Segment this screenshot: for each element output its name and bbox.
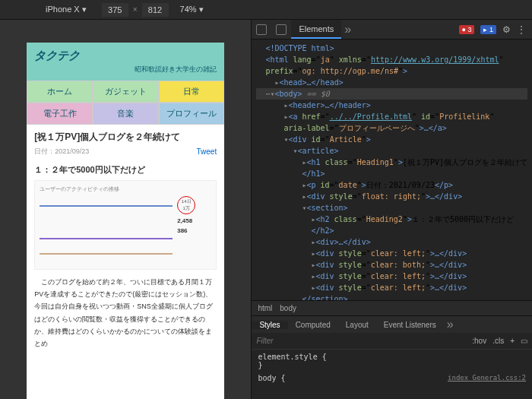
- dim-separator: ×: [133, 5, 138, 14]
- highlight-circle: 14日 1万: [177, 196, 195, 214]
- cls-btn[interactable]: .cls: [492, 337, 504, 345]
- article: [祝１万PV]個人ブログを２年続けて 日付：2021/09/23 Tweet １…: [27, 125, 224, 356]
- tab-styles[interactable]: Styles: [252, 321, 287, 329]
- zoom-selector[interactable]: 74% ▾: [180, 5, 204, 14]
- article-date: 日付：2021/09/23: [34, 147, 89, 157]
- stat-1: 2,458: [177, 217, 192, 224]
- devtools-tabs: Elements » ● 3 ▸ 1 ⚙ ⋮: [252, 20, 532, 40]
- device-icon[interactable]: ▭: [521, 337, 527, 345]
- tab-layout[interactable]: Layout: [338, 321, 376, 329]
- chart-stats: 14日 1万 2,458 386: [177, 196, 211, 264]
- add-rule-btn[interactable]: +: [510, 337, 515, 345]
- width-input[interactable]: [102, 3, 128, 17]
- nav-home[interactable]: ホーム: [27, 81, 93, 103]
- dimensions: ×: [102, 3, 169, 17]
- dom-breadcrumb: html body: [252, 300, 532, 315]
- inspect-icon[interactable]: [256, 24, 267, 35]
- nav-electronics[interactable]: 電子工作: [27, 103, 93, 125]
- chart-graph: [40, 196, 173, 264]
- article-h2: １：２年で5000円以下だけど: [34, 164, 217, 176]
- device-toolbar: iPhone X ▾ × 74% ▾: [0, 0, 532, 20]
- tab-elements[interactable]: Elements: [291, 20, 341, 39]
- styles-filter[interactable]: [256, 337, 363, 345]
- error-badge[interactable]: ● 3: [459, 25, 475, 34]
- breadcrumb-html[interactable]: html: [258, 304, 272, 312]
- tab-computed[interactable]: Computed: [288, 321, 338, 329]
- nav-daily[interactable]: 日常: [159, 81, 225, 103]
- devtools-panel: Elements » ● 3 ▸ 1 ⚙ ⋮ <!DOCTYPE html> <…: [251, 20, 532, 399]
- body-rule[interactable]: body {: [258, 374, 285, 382]
- tweet-link[interactable]: Tweet: [197, 147, 217, 156]
- article-body: このブログを始めて約２年、ついに目標である月間１万PVを達成することができたので…: [34, 276, 217, 350]
- settings-icon[interactable]: ⚙: [502, 24, 511, 35]
- dom-tree[interactable]: <!DOCTYPE html> <html lang="ja" xmlns="h…: [252, 40, 532, 300]
- article-title: [祝１万PV]個人ブログを２年続けて: [34, 131, 217, 144]
- tab-event-listeners[interactable]: Event Listeners: [376, 321, 444, 329]
- styles-panel: Styles Computed Layout Event Listeners »…: [252, 315, 532, 399]
- site-title: タクテク: [34, 49, 217, 63]
- height-input[interactable]: [142, 3, 169, 17]
- site-subtitle: 昭和歌謡好き大学生の雑記: [34, 65, 217, 74]
- device-selector[interactable]: iPhone X ▾: [46, 5, 87, 14]
- breadcrumb-body[interactable]: body: [280, 304, 296, 312]
- nav-profile[interactable]: プロフィール: [159, 103, 225, 125]
- chart-title: ユーザーのアクティビティの推移: [40, 185, 211, 193]
- stat-2: 386: [177, 227, 187, 234]
- element-style-rule[interactable]: element.style {: [258, 353, 526, 361]
- device-viewport: タクテク 昭和歌謡好き大学生の雑記 ホーム ガジェット 日常 電子工作 音楽 プ…: [0, 20, 251, 399]
- nav-music[interactable]: 音楽: [93, 103, 159, 125]
- more-icon[interactable]: ⋮: [517, 24, 526, 35]
- more-tabs-icon[interactable]: »: [344, 23, 351, 36]
- device-toggle-icon[interactable]: [276, 24, 287, 35]
- hov-btn[interactable]: :hov: [472, 337, 486, 345]
- rendered-page[interactable]: タクテク 昭和歌謡好き大学生の雑記 ホーム ガジェット 日常 電子工作 音楽 プ…: [27, 43, 224, 399]
- css-file-link[interactable]: index_General.css:2: [448, 374, 526, 382]
- site-header: タクテク 昭和歌謡好き大学生の雑記: [27, 43, 224, 81]
- nav-gadget[interactable]: ガジェット: [93, 81, 159, 103]
- more-styles-tabs[interactable]: »: [447, 318, 454, 331]
- analytics-chart: ユーザーのアクティビティの推移 14日 1万 2,458: [34, 180, 217, 270]
- info-badge[interactable]: ▸ 1: [480, 25, 496, 34]
